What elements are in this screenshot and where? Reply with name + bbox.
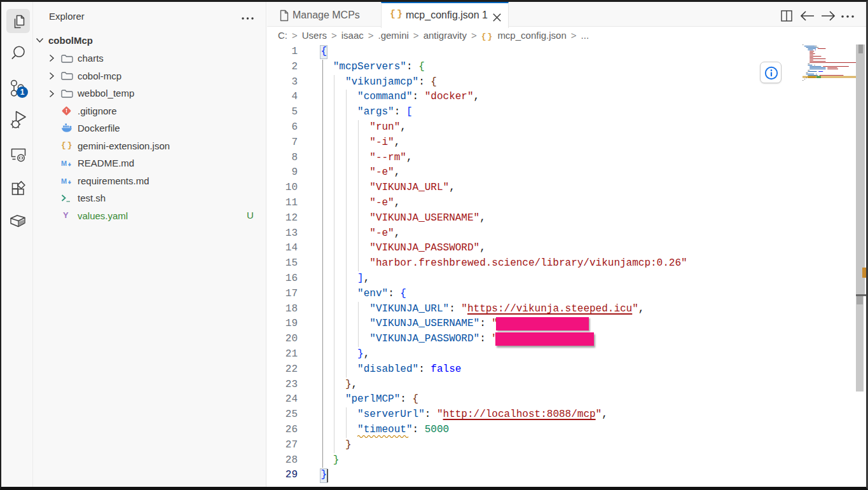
svg-text:M: M [61, 160, 67, 167]
svg-text:M: M [61, 177, 67, 185]
